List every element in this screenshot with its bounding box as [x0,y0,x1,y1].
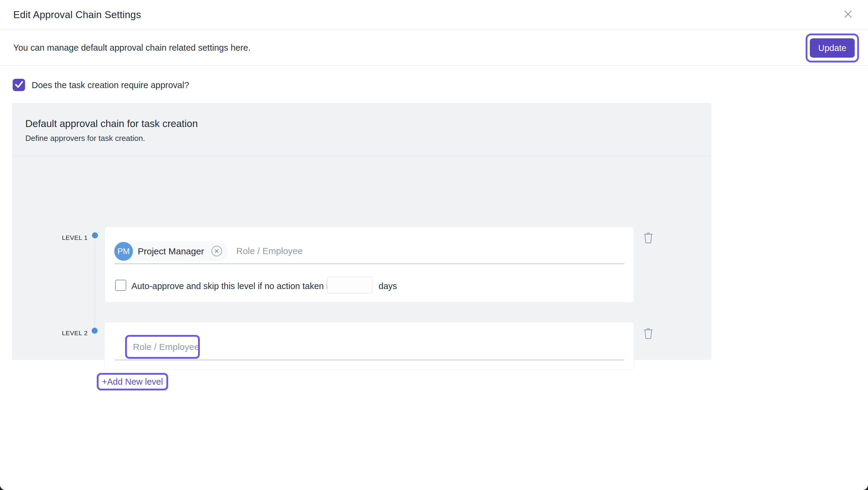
close-button[interactable] [842,8,854,21]
remove-approver-button[interactable] [211,246,222,257]
auto-approve-checkbox[interactable] [115,280,126,291]
role-employee-input-level2[interactable] [127,337,198,357]
add-new-level-button[interactable]: +Add New level [97,373,168,391]
level-1-dot [92,232,98,238]
delete-level-1-button[interactable] [642,231,655,245]
role-employee-input-level1[interactable] [236,242,417,260]
role-employee-focus-ring [125,335,200,359]
subheader-bar: You can manage default approval chain re… [0,30,868,66]
modal-header: Edit Approval Chain Settings [0,0,868,30]
input-underline [115,263,624,264]
circle-x-icon [211,245,222,258]
check-icon [14,79,24,90]
auto-approve-label: Auto-approve and skip this level if no a… [131,281,333,291]
trash-icon [643,327,654,340]
level-connector-line [94,241,95,330]
level-2-label: LEVEL 2 [52,329,88,337]
avatar: PM [114,242,133,261]
subheader-description: You can manage default approval chain re… [13,43,250,53]
days-suffix-label: days [378,281,397,291]
add-new-level-label: +Add New level [102,377,163,387]
approval-chain-panel: Default approval chain for task creation… [12,103,711,359]
panel-subtitle: Define approvers for task creation. [25,134,145,143]
update-button-focus-ring: Update [806,33,859,62]
panel-header: Default approval chain for task creation… [12,104,711,156]
level-1-label: LEVEL 1 [52,234,88,241]
delete-level-2-button[interactable] [642,326,655,341]
require-approval-label: Does the task creation require approval? [32,80,189,90]
edit-approval-chain-modal: Edit Approval Chain Settings You can man… [0,0,868,490]
level-2-dot [92,328,98,334]
require-approval-checkbox[interactable] [13,79,25,91]
close-icon [843,9,854,21]
panel-body: LEVEL 1 LEVEL 2 PM Project Manager [12,156,711,359]
trash-icon [643,231,654,244]
level-1-card: PM Project Manager Auto-approve a [104,227,634,302]
approver-chip: PM Project Manager [114,241,227,261]
approver-chip-name: Project Manager [138,246,204,256]
auto-approve-days-input[interactable] [327,277,373,294]
modal-title: Edit Approval Chain Settings [13,9,141,21]
panel-title: Default approval chain for task creation [25,118,198,129]
update-button[interactable]: Update [810,38,855,58]
input-underline [115,359,624,361]
level-2-card [104,322,634,370]
update-button-label: Update [818,43,846,53]
